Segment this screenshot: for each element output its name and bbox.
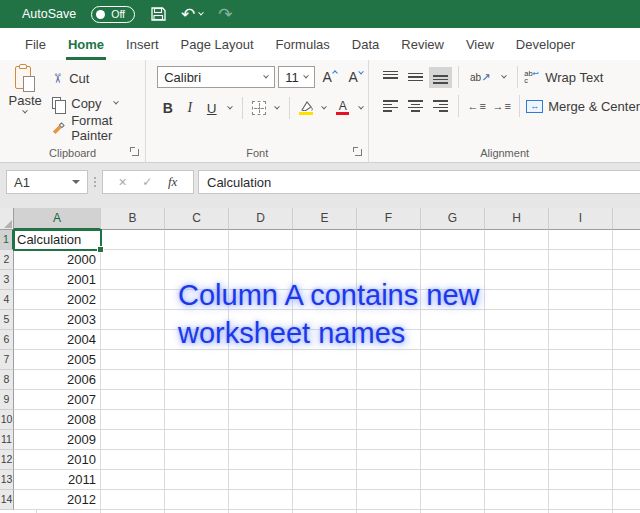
copy-button[interactable]: Copy [52,92,145,114]
row-header[interactable]: 11 [0,430,14,450]
underline-dropdown-icon[interactable] [223,98,237,119]
formula-input[interactable]: Calculation [198,170,640,194]
cell-a11[interactable]: 2009 [14,430,101,450]
row-header[interactable]: 12 [0,450,14,470]
tab-formulas[interactable]: Formulas [265,37,341,60]
middle-align-button[interactable] [404,67,427,88]
formula-bar-resize-handle[interactable] [88,170,102,187]
select-all-corner[interactable] [0,208,14,230]
row-header[interactable]: 6 [0,330,14,350]
bottom-align-button[interactable] [429,67,452,88]
format-painter-button[interactable]: Format Painter [52,117,145,139]
column-header-d[interactable]: D [229,208,293,230]
undo-button[interactable]: ↶ [181,6,203,23]
row-header[interactable]: 4 [0,290,14,310]
tab-data[interactable]: Data [341,37,390,60]
bold-button[interactable]: B [157,98,178,119]
column-header-b[interactable]: B [101,208,165,230]
cell-a10[interactable]: 2008 [14,410,101,430]
font-color-button[interactable]: A [332,98,353,119]
tab-home[interactable]: Home [57,37,115,60]
orientation-button[interactable]: ab↗ [465,67,495,88]
align-center-button[interactable] [404,96,427,117]
cell-a14[interactable]: 2012 [14,490,101,510]
column-header-a[interactable]: A [14,208,101,230]
align-right-button[interactable] [429,96,452,117]
align-left-icon [383,100,398,113]
cell-a3[interactable]: 2001 [14,270,101,290]
row-header[interactable]: 9 [0,390,14,410]
increase-indent-button[interactable]: →≡ [490,96,513,117]
copy-dropdown-icon[interactable] [113,99,119,105]
column-header-partial[interactable] [613,208,640,230]
row-header[interactable]: 8 [0,370,14,390]
wrap-text-icon: ab↩ c [524,70,540,84]
cut-label: Cut [69,71,89,86]
tab-page-layout[interactable]: Page Layout [170,37,265,60]
fill-color-button[interactable] [295,98,316,119]
increase-font-size-button[interactable]: A [318,66,341,88]
row-header[interactable]: 3 [0,270,14,290]
tab-developer[interactable]: Developer [505,37,586,60]
redo-button[interactable]: ↷ [218,6,232,23]
cell-a5[interactable]: 2003 [14,310,101,330]
cut-button[interactable]: ✂ Cut [52,67,145,89]
cell-a1[interactable]: Calculation [14,230,101,250]
autosave-toggle[interactable]: Off [91,6,135,23]
orientation-dropdown-icon[interactable] [497,67,511,88]
row-header[interactable]: 1 [0,230,14,250]
cell-a13[interactable]: 2011 [14,470,101,490]
column-header-h[interactable]: H [485,208,549,230]
underline-button[interactable]: U [201,98,222,119]
name-box[interactable]: A1 [6,170,88,194]
column-header-f[interactable]: F [357,208,421,230]
column-header-e[interactable]: E [293,208,357,230]
row-header[interactable]: 14 [0,490,14,510]
row-header[interactable]: 13 [0,470,14,490]
borders-dropdown-icon[interactable] [270,98,284,119]
top-align-button[interactable] [379,67,402,88]
cell-a9[interactable]: 2007 [14,390,101,410]
grid-row: 132011 [0,470,640,490]
font-name-combo[interactable]: Calibri [157,66,275,88]
cancel-icon[interactable]: × [119,174,127,190]
tab-view[interactable]: View [455,37,505,60]
column-header-g[interactable]: G [421,208,485,230]
decrease-indent-button[interactable]: ←≡ [465,96,488,117]
cell-a7[interactable]: 2005 [14,350,101,370]
column-header-i[interactable]: I [549,208,613,230]
paste-button[interactable]: Paste [6,64,44,143]
format-painter-label: Format Painter [71,113,145,143]
cell-a8[interactable]: 2006 [14,370,101,390]
decrease-font-size-button[interactable]: A [344,66,367,88]
column-header-c[interactable]: C [165,208,229,230]
grid-body[interactable]: 1Calculation 22000 32001 42002 52003 620… [0,230,640,513]
cell-a4[interactable]: 2002 [14,290,101,310]
save-icon[interactable] [150,6,166,22]
clipboard-dialog-launcher-icon[interactable] [132,149,139,156]
insert-function-icon[interactable]: fx [168,174,177,190]
enter-icon[interactable]: ✓ [142,175,152,189]
merge-center-button[interactable]: ↔ Merge & Center [526,99,640,114]
tab-review[interactable]: Review [390,37,455,60]
paste-dropdown-icon[interactable] [22,108,28,114]
cell-a6[interactable]: 2004 [14,330,101,350]
row-header[interactable]: 7 [0,350,14,370]
row-header[interactable]: 2 [0,250,14,270]
font-color-dropdown-icon[interactable] [354,98,368,119]
font-size-combo[interactable]: 11 [278,66,315,88]
font-dialog-launcher-icon[interactable] [355,149,362,156]
align-left-button[interactable] [379,96,402,117]
cell-a2[interactable]: 2000 [14,250,101,270]
borders-button[interactable] [248,98,269,119]
middle-align-icon [408,71,423,84]
row-header[interactable]: 5 [0,310,14,330]
shrink-font-icon: A [349,69,358,85]
italic-button[interactable]: I [179,98,200,119]
row-header[interactable]: 10 [0,410,14,430]
cell-a12[interactable]: 2010 [14,450,101,470]
tab-file[interactable]: File [14,37,57,60]
tab-insert[interactable]: Insert [115,37,170,60]
fill-color-dropdown-icon[interactable] [317,98,331,119]
wrap-text-button[interactable]: ab↩ c Wrap Text [524,70,603,85]
